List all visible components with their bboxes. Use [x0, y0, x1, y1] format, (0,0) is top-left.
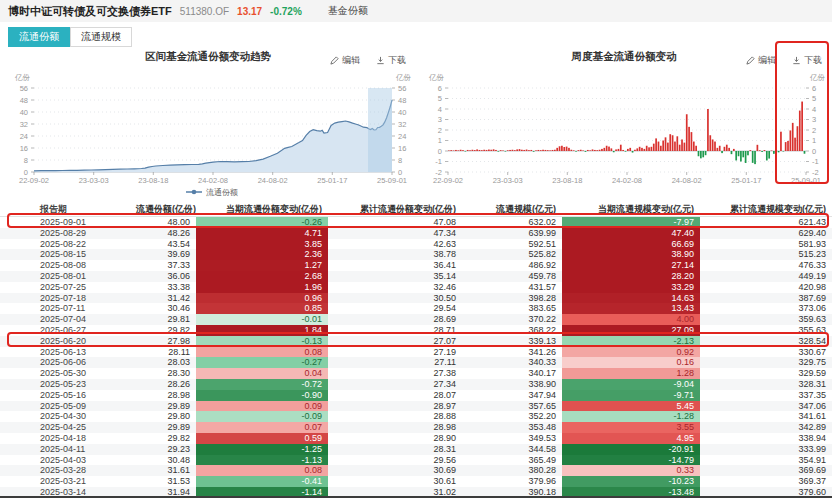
bar[interactable]: [627, 149, 629, 151]
bar[interactable]: [726, 145, 728, 151]
bar[interactable]: [672, 135, 674, 151]
bar[interactable]: [676, 136, 678, 151]
bar[interactable]: [728, 148, 730, 151]
bar[interactable]: [787, 141, 789, 151]
bar[interactable]: [667, 143, 669, 151]
bar[interactable]: [476, 149, 478, 151]
bar[interactable]: [535, 150, 537, 151]
bar[interactable]: [684, 143, 686, 151]
bar[interactable]: [460, 150, 462, 151]
bar[interactable]: [622, 150, 624, 151]
bar[interactable]: [566, 147, 568, 151]
bar[interactable]: [775, 150, 777, 151]
bar[interactable]: [568, 148, 570, 151]
bar[interactable]: [698, 151, 700, 156]
bar[interactable]: [778, 151, 780, 152]
bar[interactable]: [780, 132, 782, 151]
bar[interactable]: [648, 147, 650, 151]
bar[interactable]: [695, 146, 697, 151]
bar[interactable]: [611, 148, 613, 151]
bar[interactable]: [702, 151, 704, 157]
bar[interactable]: [641, 148, 643, 151]
bar[interactable]: [662, 141, 664, 152]
bar[interactable]: [688, 127, 690, 151]
bar[interactable]: [472, 150, 474, 151]
bar[interactable]: [785, 142, 787, 151]
table-row[interactable]: 2025-04-1129.23-1.2528.31344.58-20.91333…: [0, 444, 832, 455]
bar[interactable]: [594, 150, 596, 151]
bar[interactable]: [792, 123, 794, 151]
bar[interactable]: [804, 151, 806, 154]
bar[interactable]: [509, 150, 511, 151]
bar[interactable]: [570, 150, 572, 151]
bar[interactable]: [512, 150, 514, 151]
bar[interactable]: [742, 151, 744, 157]
bar[interactable]: [497, 151, 499, 152]
table-row[interactable]: 2025-08-1539.692.3638.78525.8238.90515.2…: [0, 249, 832, 260]
bar[interactable]: [519, 149, 521, 151]
bar[interactable]: [643, 149, 645, 151]
tab-circulating-shares[interactable]: 流通份额: [8, 27, 70, 47]
bar[interactable]: [556, 148, 558, 151]
bar[interactable]: [634, 150, 636, 151]
bar[interactable]: [747, 151, 749, 155]
table-row[interactable]: 2025-08-0837.331.2736.41486.9227.14476.3…: [0, 260, 832, 271]
table-row[interactable]: 2025-04-2529.890.0728.98353.483.55342.89: [0, 422, 832, 433]
bar[interactable]: [761, 151, 763, 152]
table-row[interactable]: 2025-06-2027.98-0.1327.07339.13-2.13328.…: [0, 336, 832, 347]
bar[interactable]: [455, 150, 457, 151]
table-row[interactable]: 2025-07-0429.81-0.0128.69370.224.00359.6…: [0, 314, 832, 325]
bar[interactable]: [603, 148, 605, 151]
table-row[interactable]: 2025-08-0136.062.6835.14459.7828.20449.1…: [0, 271, 832, 282]
bar[interactable]: [693, 142, 695, 151]
bar[interactable]: [669, 134, 671, 151]
table-row[interactable]: 2025-06-0628.03-0.2727.11340.330.16329.7…: [0, 357, 832, 368]
table-row[interactable]: 2025-07-1831.420.9630.50398.2814.63387.6…: [0, 293, 832, 304]
bar[interactable]: [526, 150, 528, 151]
bar[interactable]: [636, 148, 638, 151]
bar[interactable]: [714, 142, 716, 151]
bar[interactable]: [552, 150, 554, 151]
bar[interactable]: [589, 150, 591, 151]
bar[interactable]: [674, 142, 676, 151]
bar[interactable]: [632, 151, 634, 153]
bar[interactable]: [712, 139, 714, 151]
area-chart-svg[interactable]: 0088161624243232404048485656亿份亿份22-09-02…: [0, 46, 416, 200]
table-row[interactable]: 2025-05-0929.890.0928.97357.655.45347.06: [0, 401, 832, 412]
bar[interactable]: [700, 151, 702, 158]
bar[interactable]: [493, 149, 495, 151]
table-row[interactable]: 2025-09-0148.00-0.2647.08632.02-7.97621.…: [0, 217, 832, 228]
bar[interactable]: [658, 142, 660, 151]
bar[interactable]: [709, 135, 711, 151]
bar[interactable]: [601, 149, 603, 151]
bar[interactable]: [768, 151, 770, 159]
bar[interactable]: [646, 146, 648, 151]
table-row[interactable]: 2025-03-2131.53-0.4130.61379.96-10.23369…: [0, 476, 832, 487]
bar[interactable]: [724, 147, 726, 151]
table-row[interactable]: 2025-05-2328.26-0.7227.34338.90-9.04328.…: [0, 379, 832, 390]
table-row[interactable]: 2025-08-2948.264.7147.34639.9947.40629.4…: [0, 228, 832, 239]
bar[interactable]: [500, 150, 502, 151]
bar[interactable]: [516, 149, 518, 151]
table-row[interactable]: 2025-06-1328.110.0827.19341.260.92330.67: [0, 347, 832, 358]
bar[interactable]: [599, 150, 601, 151]
bar[interactable]: [759, 150, 761, 151]
bar[interactable]: [608, 147, 610, 151]
bar[interactable]: [488, 150, 490, 151]
bar[interactable]: [457, 150, 459, 151]
bar[interactable]: [740, 151, 742, 162]
bar[interactable]: [575, 151, 577, 152]
bar[interactable]: [474, 150, 476, 151]
bar[interactable]: [681, 139, 683, 151]
bar[interactable]: [533, 151, 535, 152]
bar[interactable]: [486, 150, 488, 151]
bar[interactable]: [738, 151, 740, 156]
bar[interactable]: [801, 102, 803, 151]
bar[interactable]: [580, 150, 582, 151]
bar[interactable]: [490, 150, 492, 151]
bar[interactable]: [549, 150, 551, 151]
table-row[interactable]: 2025-03-2831.610.0830.69380.280.33369.69: [0, 465, 832, 476]
bar[interactable]: [585, 151, 587, 152]
bar[interactable]: [505, 151, 507, 152]
bar[interactable]: [705, 151, 707, 155]
